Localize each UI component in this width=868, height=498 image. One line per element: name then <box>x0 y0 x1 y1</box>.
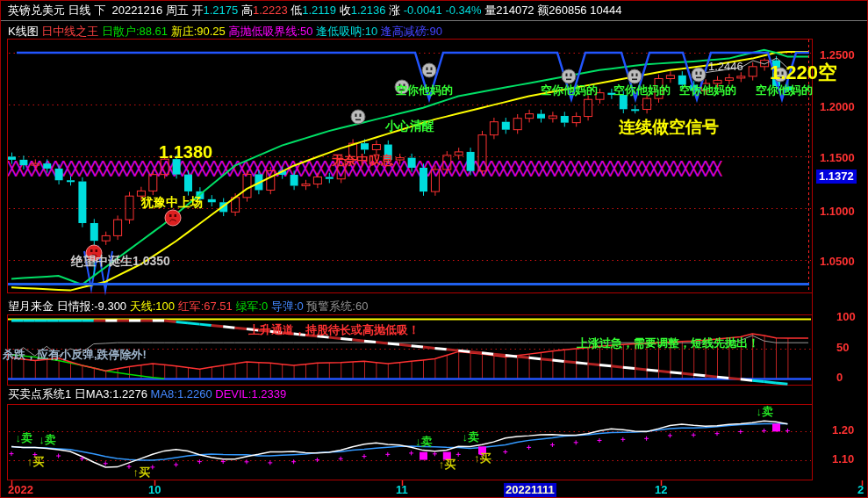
trading-app-window: ╳╳╳╳╳╳╳╳╳╳╳╳╳╳╳╳╳╳╳╳╳╳╳╳╳╳╳╳╳╳╳╳╳╳╳╳╳╳╳╳… <box>0 0 868 498</box>
chart-canvas[interactable] <box>1 1 868 498</box>
